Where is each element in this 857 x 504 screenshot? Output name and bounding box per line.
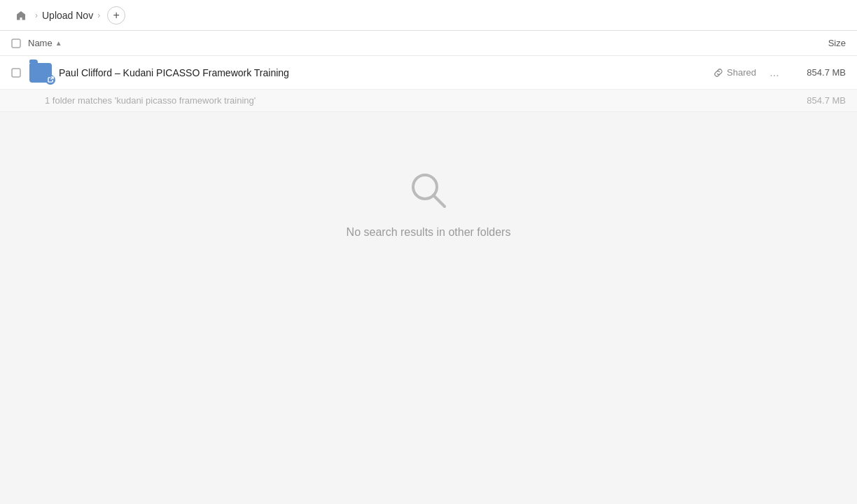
- select-all-checkbox[interactable]: [11, 38, 28, 48]
- no-results-search-icon: [406, 168, 451, 215]
- add-button[interactable]: +: [107, 6, 125, 24]
- home-breadcrumb[interactable]: [11, 6, 31, 25]
- breadcrumb-chevron-2: ›: [97, 10, 100, 20]
- size-column-header[interactable]: Size: [776, 38, 846, 48]
- checkbox-unchecked-icon: [11, 38, 21, 48]
- breadcrumb-chevron-1: ›: [35, 10, 38, 20]
- svg-line-3: [433, 195, 445, 206]
- file-size-label: 854.7 MB: [790, 67, 846, 78]
- empty-state: No search results in other folders: [0, 112, 857, 281]
- file-name-label: Paul Clifford – Kudani PICASSO Framework…: [59, 67, 713, 78]
- checkbox-row-icon: [11, 68, 21, 78]
- name-column-header[interactable]: Name ▲: [28, 38, 776, 48]
- match-count-text: 1 folder matches 'kudani picasso framewo…: [45, 95, 256, 106]
- svg-rect-1: [12, 69, 20, 77]
- home-icon: [15, 10, 27, 21]
- shared-status: Shared: [713, 67, 756, 78]
- more-options-button[interactable]: ...: [765, 63, 784, 83]
- breadcrumb-upload-nov[interactable]: Upload Nov: [42, 10, 93, 21]
- link-icon: [713, 68, 723, 78]
- no-results-message: No search results in other folders: [347, 226, 511, 239]
- sort-arrow-icon: ▲: [55, 39, 62, 47]
- match-total-size: 854.7 MB: [807, 95, 846, 106]
- link-badge-icon: [46, 75, 55, 85]
- svg-rect-0: [12, 39, 20, 48]
- row-checkbox[interactable]: [11, 68, 28, 78]
- file-list-item[interactable]: Paul Clifford – Kudani PICASSO Framework…: [0, 56, 857, 90]
- column-header-row: Name ▲ Size: [0, 31, 857, 56]
- folder-icon-wrap: [28, 60, 53, 85]
- match-count-row: 1 folder matches 'kudani picasso framewo…: [0, 90, 857, 112]
- breadcrumb-bar: › Upload Nov › +: [0, 0, 857, 31]
